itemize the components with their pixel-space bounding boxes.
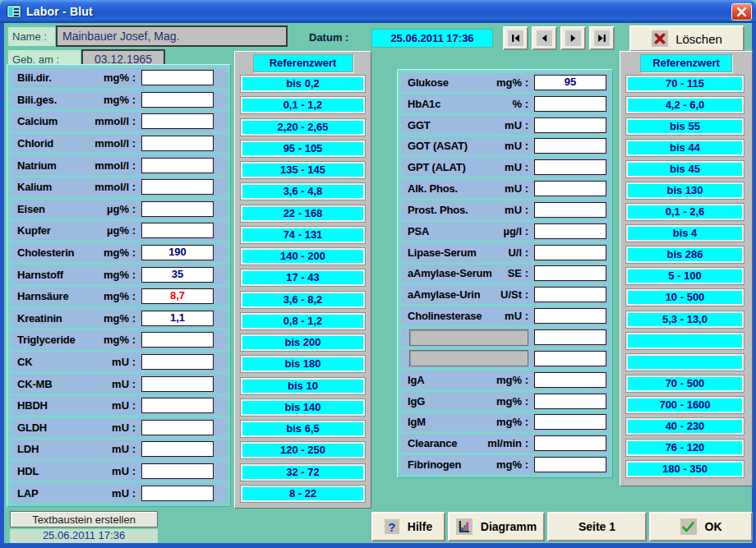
lab-value-input[interactable] (141, 441, 214, 457)
lab-row: HDLmU : (11, 462, 227, 481)
lab-value-input[interactable] (534, 265, 606, 281)
reference-value: 3,6 - 4,8 (241, 183, 365, 200)
lab-row: Kreatininmg% :1,1 (11, 309, 227, 329)
lab-value-input[interactable] (141, 223, 214, 238)
lab-row: GGTmU : (401, 116, 609, 135)
title-bar: Labor - Blut (0, 0, 756, 23)
lab-unit: % : (513, 98, 529, 110)
lab-row: aAmylase-UrinU/St : (401, 285, 609, 304)
lab-value-input[interactable]: 35 (141, 267, 214, 283)
empty-label-field (409, 329, 528, 346)
lab-value-input[interactable] (534, 159, 606, 175)
lab-value-input[interactable] (141, 354, 214, 370)
previous-record-button[interactable] (532, 26, 557, 50)
window-title: Labor - Blut (26, 5, 93, 18)
lab-unit: mg% : (496, 374, 528, 386)
lab-value-input[interactable] (534, 181, 606, 196)
lab-value-input[interactable] (534, 351, 606, 366)
lab-unit: mmol/l : (94, 181, 136, 193)
reference-value: 140 - 200 (241, 248, 365, 265)
reference-value: bis 200 (241, 334, 365, 351)
lab-label: HbA1c (408, 98, 513, 110)
lab-value-input[interactable] (534, 457, 606, 472)
close-icon (736, 7, 747, 17)
lab-value-input[interactable] (534, 414, 606, 430)
reference-value: bis 286 (626, 246, 744, 263)
lab-value-input[interactable]: 95 (534, 75, 606, 90)
lab-row: Lipase-SerumU/l : (401, 243, 609, 262)
name-field[interactable]: Mainbauer Josef, Mag. (56, 25, 288, 47)
lab-value-input[interactable] (534, 202, 606, 218)
lab-label: Cholinesterase (408, 310, 505, 322)
lab-value-input[interactable]: 190 (141, 245, 214, 260)
page-button[interactable]: Seite 1 (547, 512, 647, 541)
lab-value-input[interactable] (534, 435, 606, 451)
lab-label: Glukose (408, 76, 496, 89)
lab-unit: mU : (112, 356, 136, 368)
lab-row: Alk. Phos.mU : (401, 179, 609, 198)
lab-row: Bili.ges.mg% : (11, 90, 227, 110)
lab-value-input[interactable] (141, 201, 214, 217)
lab-value-input[interactable] (141, 92, 214, 108)
lab-value-input[interactable]: 1,1 (141, 311, 214, 326)
lab-unit: mU : (505, 140, 528, 152)
reference-value: 74 - 131 (241, 227, 365, 243)
lab-value-input[interactable] (141, 136, 214, 151)
reference-value: 5,3 - 13,0 (626, 311, 744, 328)
lab-value-input[interactable] (141, 113, 214, 129)
date-label: Datum : (309, 31, 348, 44)
lab-value-input[interactable] (534, 117, 606, 133)
lab-value-input[interactable] (534, 245, 606, 260)
lab-row: IgGmg% : (401, 392, 609, 411)
lab-label: Cholesterin (17, 246, 104, 259)
reference-value: 180 - 350 (626, 461, 744, 477)
next-record-button[interactable] (560, 26, 586, 50)
close-button[interactable] (731, 3, 752, 21)
lab-value-input[interactable] (534, 372, 606, 388)
ok-button[interactable]: OK (649, 512, 753, 541)
lab-value-input[interactable] (534, 287, 606, 302)
next-record-icon (565, 30, 581, 46)
lab-value-input[interactable] (141, 376, 214, 392)
lab-value-input[interactable] (141, 398, 214, 413)
lab-row: LDHmU : (11, 440, 227, 459)
reference-value: bis 4 (626, 225, 744, 242)
reference-value: 40 - 230 (626, 418, 744, 435)
reference-value: 8 - 22 (241, 486, 365, 502)
lab-value-input[interactable] (534, 223, 606, 239)
reference-value: bis 10 (241, 378, 365, 394)
help-button[interactable]: ? Hilfe (371, 512, 445, 541)
first-record-icon (508, 30, 523, 46)
lab-row: Eisenµg% : (11, 200, 227, 219)
lab-value-input[interactable] (141, 70, 214, 85)
lab-unit: mU : (505, 182, 528, 195)
lab-value-input[interactable] (141, 463, 214, 479)
lab-value-input[interactable] (534, 138, 606, 154)
lab-unit: mg% : (496, 416, 528, 428)
delete-button[interactable]: Löschen (629, 25, 744, 52)
lab-value-input[interactable] (534, 394, 606, 409)
lab-value-input[interactable] (141, 158, 214, 173)
textbaustein-button[interactable]: Textbaustein erstellen (10, 511, 158, 527)
lab-value-input[interactable] (534, 96, 606, 112)
lab-value-input[interactable]: 8,7 (141, 288, 214, 304)
last-record-button[interactable] (589, 26, 615, 50)
lab-value-input[interactable] (141, 179, 214, 195)
lab-unit: mg% : (104, 269, 136, 281)
lab-value-input[interactable] (141, 486, 214, 501)
first-record-button[interactable] (503, 26, 528, 50)
lab-unit: mg% : (496, 458, 528, 471)
lab-value-input[interactable] (534, 329, 606, 345)
lab-label: GOT (ASAT) (408, 140, 505, 152)
lab-unit: µg/l : (503, 225, 528, 237)
lab-value-input[interactable] (141, 420, 214, 435)
lab-unit: mg% : (104, 290, 136, 302)
lab-label: Bili.ges. (17, 94, 104, 106)
help-icon: ? (385, 519, 399, 534)
diagram-button[interactable]: Diagramm (448, 512, 545, 541)
reference-value (626, 333, 744, 349)
date-field[interactable]: 25.06.2011 17:36 (371, 29, 493, 48)
lab-row: Kupferµg% : (11, 221, 227, 241)
lab-value-input[interactable] (534, 308, 606, 324)
lab-value-input[interactable] (141, 332, 214, 348)
